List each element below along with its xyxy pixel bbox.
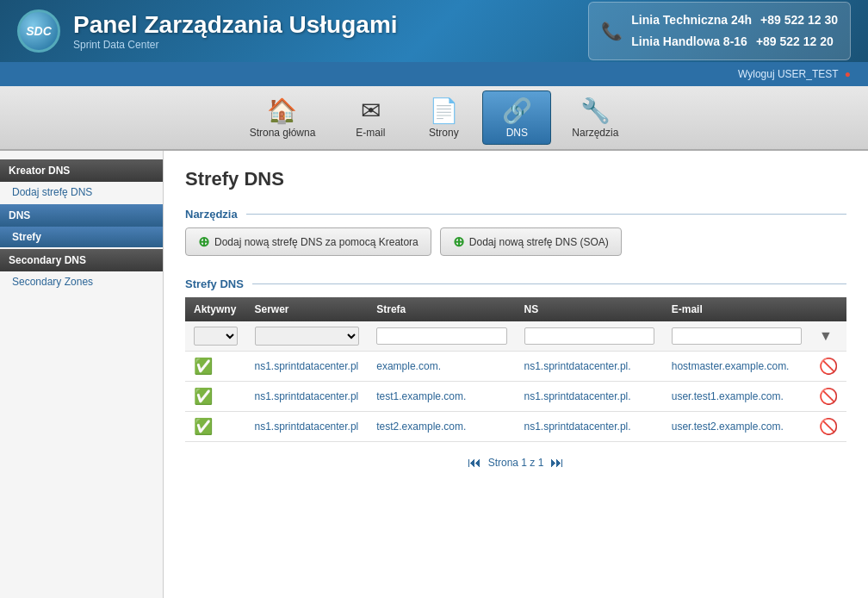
col-header-email: E-mail [663,297,810,321]
row3-email-link[interactable]: user.test2.example.com. [672,420,784,433]
logo: SDC [17,9,60,53]
col-header-serwer: Serwer [246,297,369,321]
sidebar-item-dodaj-strefe[interactable]: Dodaj strefę DNS [0,182,163,202]
row2-email: user.test1.example.com. [663,382,810,412]
sidebar: Kreator DNS Dodaj strefę DNS DNS Strefy … [0,151,164,598]
main-container: Kreator DNS Dodaj strefę DNS DNS Strefy … [0,151,868,598]
filter-email-input[interactable] [672,327,802,345]
row2-aktywny: ✅ [185,382,246,412]
add-kreator-icon: ⊕ [198,234,209,250]
phone-icon: 📞 [601,21,623,41]
nav-bar: 🏠 Strona główna ✉ E-mail 📄 Strony 🔗 DNS … [0,86,868,151]
sidebar-section-secondary-dns[interactable]: Secondary DNS [0,249,163,271]
row2-delete-cell: 🚫 [810,382,846,412]
filter-email-cell [663,321,810,352]
top-bar: Wyloguj USER_TEST ● [0,62,868,86]
sidebar-item-secondary-zones[interactable]: Secondary Zones [0,271,163,292]
row2-ns-link[interactable]: ns1.sprintdatacenter.pl. [524,390,631,402]
row1-email: hostmaster.example.com. [663,352,810,382]
add-soa-icon: ⊕ [453,234,464,250]
logout-dot-icon: ● [845,68,851,80]
dns-section-label: Strefy DNS [185,277,846,290]
header-left: SDC Panel Zarządzania Usługami Sprint Da… [17,9,398,53]
pagination-last-icon[interactable]: ⏭ [550,455,564,470]
filter-strefa-input[interactable] [376,327,506,345]
row1-ns-link[interactable]: ns1.sprintdatacenter.pl. [524,360,631,372]
col-header-ns: NS [516,297,663,321]
btn-soa[interactable]: ⊕ Dodaj nową strefę DNS (SOA) [440,227,622,256]
table-header-row: Aktywny Serwer Strefa NS E-mail [185,297,846,321]
row2-strefa-link[interactable]: test1.example.com. [376,390,466,402]
filter-serwer-cell [246,321,369,352]
pagination-first-icon[interactable]: ⏮ [468,455,481,470]
tools-section-label: Narzędzia [185,208,846,221]
row3-delete-cell: 🚫 [810,412,846,442]
row2-server-link[interactable]: ns1.sprintdatacenter.pl [255,390,359,402]
sidebar-item-strefy[interactable]: Strefy [0,227,163,247]
status-ok-icon: ✅ [194,388,213,405]
page-title: Strefy DNS [185,168,846,190]
col-header-aktywny: Aktywny [185,297,246,321]
row3-strefa-link[interactable]: test2.example.com. [376,420,466,433]
filter-serwer-select[interactable] [255,327,360,346]
header: SDC Panel Zarządzania Usługami Sprint Da… [0,0,868,62]
filter-strefa-cell [368,321,515,352]
filter-ns-input[interactable] [524,327,654,345]
nav-item-dns[interactable]: 🔗 DNS [482,90,551,145]
status-ok-icon: ✅ [194,358,213,375]
content-area: Strefy DNS Narzędzia ⊕ Dodaj nową strefę… [164,151,868,598]
row3-ns-link[interactable]: ns1.sprintdatacenter.pl. [524,420,631,433]
row3-aktywny: ✅ [185,412,246,442]
table-row: ✅ ns1.sprintdatacenter.pl test1.example.… [185,382,846,412]
row2-email-link[interactable]: user.test1.example.com. [672,390,784,402]
header-contact: 📞 Linia Techniczna 24h +89 522 12 30 Lin… [588,2,851,60]
contact-lines: Linia Techniczna 24h +89 522 12 30 Linia… [631,9,838,53]
row3-delete-button[interactable]: 🚫 [819,417,838,436]
row1-delete-cell: 🚫 [810,352,846,382]
table-row: ✅ ns1.sprintdatacenter.pl test2.example.… [185,412,846,442]
strony-icon: 📄 [429,97,459,125]
row2-delete-button[interactable]: 🚫 [819,387,838,406]
row1-email-link[interactable]: hostmaster.example.com. [672,360,790,372]
home-icon: 🏠 [267,97,297,125]
row1-strefa: example.com. [368,352,515,382]
col-header-actions [810,297,846,321]
header-title: Panel Zarządzania Usługami Sprint Data C… [73,11,398,51]
row3-serwer: ns1.sprintdatacenter.pl [246,412,369,442]
row2-strefa: test1.example.com. [368,382,515,412]
email-icon: ✉ [361,97,381,125]
dns-table: Aktywny Serwer Strefa NS E-mail [185,297,846,442]
row2-ns: ns1.sprintdatacenter.pl. [516,382,663,412]
sidebar-section-kreator[interactable]: Kreator DNS [0,159,163,182]
toolbar: ⊕ Dodaj nową strefę DNS za pomocą Kreato… [185,227,846,256]
narzedzia-icon: 🔧 [580,97,611,125]
row3-email: user.test2.example.com. [663,412,810,442]
pagination-text: Strona 1 z 1 [488,457,544,469]
row3-strefa: test2.example.com. [368,412,515,442]
nav-item-narzedzia[interactable]: 🔧 Narzędzia [555,90,635,145]
logout-link[interactable]: Wyloguj USER_TEST ● [738,68,851,80]
row1-server-link[interactable]: ns1.sprintdatacenter.pl [255,360,359,372]
filter-icon-cell: ▼ [810,321,846,352]
dns-icon: 🔗 [502,97,532,125]
table-filter-row: Tak Nie [185,321,846,352]
nav-item-email[interactable]: ✉ E-mail [336,90,405,145]
col-header-strefa: Strefa [368,297,515,321]
filter-icon: ▼ [819,328,833,343]
row1-aktywny: ✅ [185,352,246,382]
filter-aktywny-cell: Tak Nie [185,321,246,352]
row1-delete-button[interactable]: 🚫 [819,357,838,376]
btn-kreator[interactable]: ⊕ Dodaj nową strefę DNS za pomocą Kreato… [185,227,431,256]
sidebar-section-dns[interactable]: DNS [0,204,163,227]
nav-item-home[interactable]: 🏠 Strona główna [233,90,332,145]
status-ok-icon: ✅ [194,418,213,435]
nav-item-strony[interactable]: 📄 Strony [409,90,478,145]
row3-server-link[interactable]: ns1.sprintdatacenter.pl [255,420,359,433]
dns-table-section: Strefy DNS Aktywny Serwer Strefa NS E-ma… [185,277,846,483]
filter-ns-cell [516,321,663,352]
row1-ns: ns1.sprintdatacenter.pl. [516,352,663,382]
row1-strefa-link[interactable]: example.com. [376,360,441,372]
filter-aktywny-select[interactable]: Tak Nie [194,327,238,346]
table-row: ✅ ns1.sprintdatacenter.pl example.com. n… [185,352,846,382]
pagination: ⏮ Strona 1 z 1 ⏭ [185,442,846,483]
